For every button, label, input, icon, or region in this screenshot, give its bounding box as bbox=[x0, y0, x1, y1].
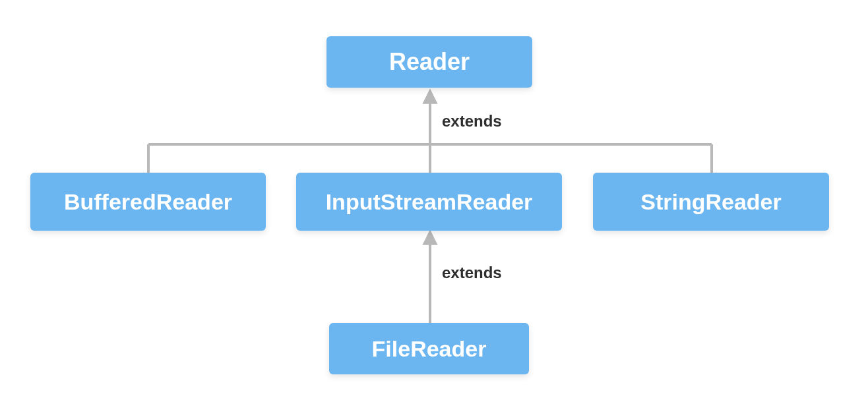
edge-label-mid-to-reader: extends bbox=[442, 112, 502, 130]
node-buffered-reader-label: BufferedReader bbox=[64, 189, 232, 215]
edge-label-mid-to-reader-text: extends bbox=[442, 112, 502, 130]
node-reader-label: Reader bbox=[389, 48, 470, 76]
edge-label-file-to-inputstream-text: extends bbox=[442, 264, 502, 281]
node-string-reader-label: StringReader bbox=[640, 189, 782, 215]
node-buffered-reader: BufferedReader bbox=[30, 173, 266, 231]
edge-label-file-to-inputstream: extends bbox=[442, 264, 502, 282]
node-file-reader: FileReader bbox=[329, 323, 529, 374]
node-string-reader: StringReader bbox=[593, 173, 829, 231]
node-inputstream-reader: InputStreamReader bbox=[296, 173, 562, 231]
node-file-reader-label: FileReader bbox=[372, 336, 487, 362]
node-inputstream-reader-label: InputStreamReader bbox=[326, 189, 533, 215]
node-reader: Reader bbox=[326, 36, 532, 88]
